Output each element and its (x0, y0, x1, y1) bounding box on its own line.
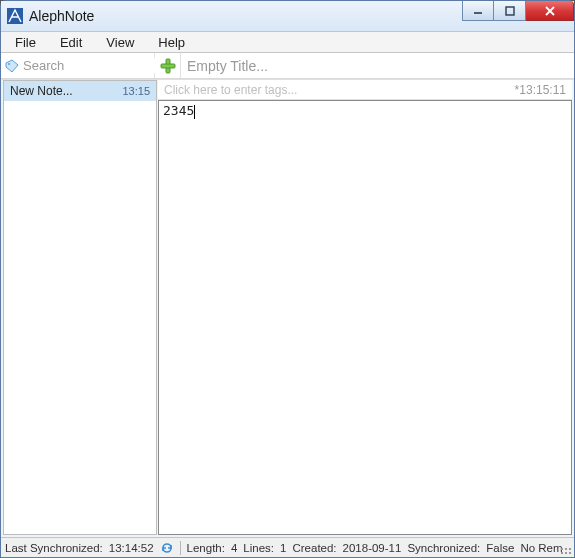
note-item-label: New Note... (10, 84, 73, 98)
status-remote: No Rem (520, 542, 562, 554)
close-button[interactable] (526, 1, 574, 21)
minimize-button[interactable] (462, 1, 494, 21)
main-area: New Note... 13:15 Click here to enter ta… (1, 79, 574, 537)
app-icon (7, 8, 23, 24)
note-title-input[interactable] (187, 58, 568, 74)
status-last-sync-label: Last Synchronized: (5, 542, 103, 554)
status-length-value: 4 (231, 542, 237, 554)
status-last-sync-value: 13:14:52 (109, 542, 154, 554)
resize-grip[interactable] (560, 543, 572, 555)
menu-file[interactable]: File (5, 33, 46, 52)
svg-rect-2 (506, 7, 514, 15)
menu-edit[interactable]: Edit (50, 33, 92, 52)
menubar: File Edit View Help (1, 31, 574, 53)
status-created-label: Created: (292, 542, 336, 554)
status-separator (180, 541, 181, 555)
maximize-button[interactable] (494, 1, 526, 21)
titlebar[interactable]: AlephNote (1, 1, 574, 31)
status-synced-label: Synchronized: (407, 542, 480, 554)
editor-column: Click here to enter tags... *13:15:11 23… (158, 80, 572, 535)
text-caret (194, 105, 195, 119)
note-editor[interactable]: 2345 (158, 100, 572, 535)
title-area (181, 53, 574, 78)
menu-view[interactable]: View (96, 33, 144, 52)
add-icon (159, 57, 177, 75)
modified-time: *13:15:11 (515, 83, 566, 97)
svg-rect-7 (161, 64, 175, 68)
app-window: AlephNote File Edit View Help (0, 0, 575, 558)
status-created-value: 2018-09-11 (343, 542, 402, 554)
svg-point-5 (8, 63, 10, 65)
tag-icon (5, 59, 19, 73)
status-length-label: Length: (187, 542, 225, 554)
status-synced-value: False (486, 542, 514, 554)
window-buttons (462, 1, 574, 21)
note-list-item[interactable]: New Note... 13:15 (4, 81, 156, 101)
status-lines-value: 1 (280, 542, 286, 554)
menu-help[interactable]: Help (148, 33, 195, 52)
status-lines-label: Lines: (243, 542, 274, 554)
search-wrap (1, 53, 155, 78)
tags-bar[interactable]: Click here to enter tags... *13:15:11 (158, 80, 572, 100)
tags-placeholder: Click here to enter tags... (164, 83, 297, 97)
editor-content: 2345 (163, 103, 194, 118)
status-bar: Last Synchronized: 13:14:52 Length: 4 Li… (1, 537, 574, 557)
window-title: AlephNote (29, 8, 94, 24)
status-right: Length: 4 Lines: 1 Created: 2018-09-11 S… (187, 542, 570, 554)
note-list[interactable]: New Note... 13:15 (3, 80, 157, 535)
toolbar (1, 53, 574, 79)
sync-icon[interactable] (160, 541, 174, 555)
note-item-time: 13:15 (122, 85, 150, 97)
add-note-button[interactable] (155, 53, 181, 78)
